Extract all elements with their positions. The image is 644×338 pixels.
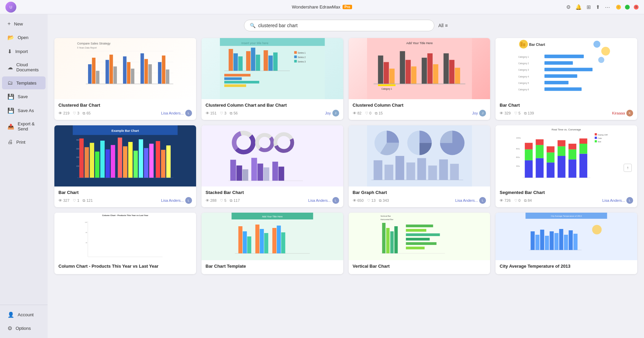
svg-rect-49 [389, 69, 394, 84]
svg-text:Horizontal Bar: Horizontal Bar [380, 218, 393, 220]
template-card-vertical-bar-green[interactable]: Vertical Bar Horizontal Bar [349, 213, 490, 274]
sidebar-item-templates[interactable]: 🗂 Templates [2, 76, 46, 89]
card-preview: Add Your Title Here [202, 213, 343, 260]
template-card-city-temp[interactable]: City Average Temperature of 2013 [495, 213, 637, 274]
maximize-button[interactable]: □ [625, 5, 630, 10]
svg-text:Real Time vs. Converage: Real Time vs. Converage [552, 128, 581, 131]
chart-svg: Add Your Title Here [202, 213, 343, 260]
likes-stat: ♡ 5 [514, 111, 521, 115]
sidebar-item-import[interactable]: ⬇ Import [2, 45, 46, 58]
card-title: Vertical Bar Chart [353, 264, 486, 269]
svg-rect-74 [544, 68, 592, 71]
likes-icon: ♡ [73, 111, 76, 115]
template-card-column-products[interactable]: Column Chart - Products This Year vs Las… [54, 213, 196, 274]
card-meta: 👁 329 ♡ 5 ⧉ 139 [500, 110, 633, 117]
likes-icon: ♡ [514, 111, 518, 115]
svg-text:40: 40 [86, 242, 87, 244]
sidebar-item-options[interactable]: ⚙ Options [2, 322, 46, 335]
minimize-button[interactable]: − [616, 5, 621, 10]
svg-rect-120 [278, 167, 284, 181]
svg-rect-54 [427, 53, 432, 84]
share-icon[interactable]: ⬆ [596, 4, 600, 10]
svg-rect-13 [127, 62, 130, 84]
likes-icon: ♡ [220, 198, 223, 203]
card-meta: 👁 650 ♡ 13 ⧉ 343 [353, 197, 486, 204]
template-card-clustered-bar-chart[interactable]: Compare Sales Strategy 5 Years Data Repo… [54, 38, 196, 120]
sidebar-bottom: 👤 Account ⚙ Options [0, 305, 48, 335]
search-input[interactable] [258, 23, 429, 28]
svg-rect-140 [595, 140, 597, 142]
sidebar-item-new[interactable]: + New [2, 17, 46, 30]
template-card-bar-chart-colorful[interactable]: Example Bar Chart [54, 125, 196, 207]
sidebar-item-label: New [14, 21, 23, 26]
likes-stat: ♡ 1 [73, 198, 79, 203]
template-card-bar-chart-h[interactable]: Bar Chart Category 1 Category 2 Category… [495, 38, 637, 120]
svg-rect-158 [569, 159, 576, 178]
views-icon: 👁 [500, 111, 503, 115]
template-card-bar-graph[interactable]: Bar Graph Chart 👁 650 ♡ 13 ⧉ [349, 125, 490, 207]
filter-button[interactable]: All ≡ [438, 23, 448, 28]
help-icon[interactable]: ⚙ [566, 4, 571, 10]
grid-icon[interactable]: ⊞ [587, 4, 591, 10]
svg-rect-25 [229, 49, 233, 71]
scroll-top-button[interactable]: ↑ [624, 164, 632, 172]
card-title: Bar Chart [58, 190, 192, 195]
svg-rect-97 [149, 144, 154, 178]
sidebar-item-label: Print [16, 140, 25, 145]
svg-rect-131 [428, 165, 437, 180]
sidebar-item-label: Account [18, 312, 34, 317]
notification-icon[interactable]: 🔔 [575, 4, 582, 10]
svg-rect-161 [579, 154, 587, 178]
views-stat: 👁 327 [58, 198, 69, 202]
likes-icon: ♡ [73, 198, 76, 203]
svg-rect-15 [140, 53, 144, 84]
main-layout: + New 📂 Open ⬇ Import ☁ Cloud Documents … [0, 14, 644, 338]
sidebar-item-label: Open [18, 35, 29, 40]
sidebar-item-export[interactable]: 📤 Export & Send [2, 118, 46, 135]
svg-rect-147 [525, 149, 533, 160]
svg-rect-200 [531, 231, 535, 250]
template-card-clustered-col[interactable]: Add Your Title Here [349, 38, 490, 120]
template-card-add-title[interactable]: Add Your Title Here [202, 213, 343, 274]
card-meta: 👁 327 ♡ 1 ⧉ 121 [58, 197, 192, 204]
views-stat: 👁 726 [500, 198, 510, 202]
svg-rect-181 [277, 226, 281, 253]
svg-point-67 [601, 47, 610, 56]
copies-stat: ⧉ 15 [375, 111, 383, 115]
chart-svg: Bar Chart Category 1 Category 2 Category… [495, 38, 637, 99]
svg-rect-63 [521, 42, 523, 47]
svg-rect-99 [161, 150, 166, 178]
sidebar-item-open[interactable]: 📂 Open [2, 31, 46, 44]
template-card-segmented-bar[interactable]: Real Time vs. Converage Overlay CRF Colo… [495, 125, 637, 207]
svg-rect-192 [406, 233, 440, 236]
svg-text:Overlay CRF: Overlay CRF [598, 134, 608, 136]
template-card-clustered-col-bar[interactable]: Insert your title here [202, 38, 343, 120]
sidebar-item-saveas[interactable]: 💾 Save As [2, 104, 46, 117]
svg-text:Category 1: Category 1 [518, 56, 529, 58]
export-icon: 📤 [7, 123, 14, 130]
sidebar-item-print[interactable]: 🖨 Print [2, 136, 46, 148]
copies-stat: ⧉ 343 [379, 198, 389, 203]
svg-rect-35 [224, 74, 250, 76]
more-icon[interactable]: ⋯ [605, 4, 610, 10]
chart-svg [349, 125, 490, 186]
svg-rect-115 [242, 169, 248, 181]
svg-rect-60 [378, 84, 395, 86]
svg-rect-204 [550, 231, 554, 250]
svg-rect-208 [569, 230, 573, 250]
svg-rect-159 [569, 149, 576, 160]
card-title: Clustered Column Chart and Bar Chart [206, 103, 339, 108]
svg-rect-72 [544, 61, 573, 65]
svg-rect-193 [406, 238, 430, 241]
copies-stat: ⧉ 56 [230, 111, 238, 115]
svg-rect-195 [406, 247, 424, 249]
template-card-stacked-bar[interactable]: Stacked Bar Chart 👁 288 ♡ 5 ⧉ [202, 125, 343, 207]
search-box[interactable]: 🔍 [244, 20, 434, 31]
close-button[interactable]: ✕ [634, 5, 639, 10]
svg-rect-47 [378, 55, 383, 84]
chart-svg: Compare Sales Strategy 5 Years Data Repo… [54, 38, 196, 99]
sidebar-item-account[interactable]: 👤 Account [2, 308, 46, 321]
sidebar-item-cloud[interactable]: ☁ Cloud Documents [2, 59, 46, 76]
svg-rect-127 [384, 165, 393, 180]
sidebar-item-save[interactable]: 💾 Save [2, 90, 46, 103]
